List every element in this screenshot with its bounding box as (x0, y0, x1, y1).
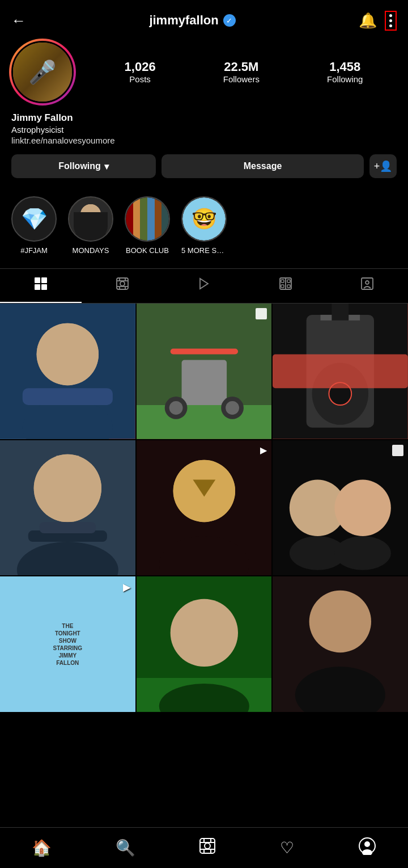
svg-point-35 (169, 401, 182, 415)
action-buttons: Following ▾ Message +👤 (11, 154, 397, 178)
svg-rect-24 (362, 278, 373, 289)
grid-item[interactable] (0, 440, 135, 576)
highlight-label-5moreslee: 5 MORE SLEE... (181, 246, 227, 255)
svg-rect-20 (281, 280, 284, 283)
highlight-bookclub[interactable]: BOOK CLUB (125, 196, 170, 255)
diamond-icon: 💎 (21, 207, 48, 231)
play-overlay-icon: ▶ (260, 445, 267, 455)
svg-rect-22 (281, 285, 284, 288)
reels-icon (116, 277, 129, 294)
tonight-show-badge: THETONIGHTSHOWSTARRINGJIMMYFALLON (0, 576, 135, 712)
more-options-box[interactable] (385, 11, 397, 31)
svg-rect-33 (181, 360, 227, 405)
stat-followers[interactable]: 22.5M Followers (223, 60, 260, 85)
svg-rect-5 (35, 277, 40, 283)
verified-badge: ✓ (223, 14, 236, 27)
svg-point-29 (37, 323, 99, 385)
highlight-circle-bookclub (125, 196, 170, 242)
grid-item[interactable] (273, 576, 408, 712)
tab-reels[interactable] (82, 269, 163, 303)
posts-label: Posts (129, 74, 151, 84)
chevron-down-icon: ▾ (104, 161, 109, 172)
highlights-row: 💎 #JFJAM MONDAYS (0, 187, 408, 264)
add-friend-button[interactable]: +👤 (369, 154, 397, 178)
cartoon-image: 🤓 (182, 197, 226, 241)
svg-point-71 (205, 843, 210, 849)
highlight-label-mondays: MONDAYS (73, 246, 109, 255)
bottom-nav: 🏠 🔍 ♡ (0, 827, 408, 868)
svg-point-59 (335, 479, 391, 536)
highlight-label-jfjam: #JFJAM (20, 246, 48, 255)
play-icon (197, 277, 211, 294)
svg-point-49 (34, 454, 101, 522)
highlight-circle-5moreslee: 🤓 (181, 196, 227, 242)
svg-point-37 (226, 401, 239, 415)
svg-rect-23 (287, 285, 290, 288)
nav-profile[interactable] (352, 831, 382, 865)
tab-collab[interactable] (245, 269, 326, 303)
svg-point-64 (170, 599, 237, 667)
svg-rect-9 (117, 278, 128, 289)
notification-icon[interactable]: 🔔 (359, 12, 377, 30)
mondays-image (69, 197, 112, 241)
nav-activity[interactable]: ♡ (274, 833, 300, 863)
home-icon: 🏠 (32, 838, 52, 857)
posts-count: 1,026 (125, 60, 156, 74)
avatar-container[interactable]: 🎤 (11, 41, 74, 103)
tab-tagged[interactable] (326, 269, 408, 303)
stats-row: 1,026 Posts 22.5M Followers 1,458 Follow… (91, 60, 397, 85)
followers-count: 22.5M (223, 60, 260, 74)
grid-icon (34, 277, 48, 294)
stat-posts[interactable]: 1,026 Posts (125, 60, 156, 85)
highlight-label-bookclub: BOOK CLUB (126, 246, 169, 255)
svg-rect-38 (170, 349, 237, 355)
nav-search[interactable]: 🔍 (110, 833, 141, 863)
svg-point-10 (120, 281, 125, 286)
tab-grid[interactable] (0, 269, 82, 303)
highlight-mondays[interactable]: MONDAYS (68, 196, 113, 255)
highlight-circle-mondays (68, 196, 113, 242)
highlight-jfjam[interactable]: 💎 #JFJAM (11, 196, 57, 255)
svg-rect-21 (287, 280, 290, 283)
grid-item[interactable] (273, 440, 408, 576)
nav-home[interactable]: 🏠 (26, 833, 57, 863)
video-icon: ▶ (260, 445, 267, 456)
collab-icon (279, 277, 292, 294)
svg-rect-32 (137, 405, 272, 439)
top-nav: ← jimmyfallon ✓ 🔔 (0, 0, 408, 41)
grid-item[interactable] (0, 304, 135, 439)
following-button[interactable]: Following ▾ (11, 154, 156, 178)
svg-rect-4 (80, 222, 101, 228)
more-options-icon[interactable] (389, 14, 392, 27)
mondays-svg (69, 197, 112, 241)
tab-video[interactable] (163, 269, 245, 303)
highlight-5moreslee[interactable]: 🤓 5 MORE SLEE... (181, 196, 227, 255)
multi-photo-icon (256, 308, 267, 319)
message-button[interactable]: Message (162, 154, 364, 178)
svg-rect-6 (41, 277, 47, 283)
svg-point-79 (364, 841, 370, 847)
following-label: Following (327, 74, 363, 84)
nav-reels[interactable] (193, 832, 222, 864)
profile-link[interactable]: linktr.ee/nanalovesyoumore (11, 136, 397, 145)
posts-grid: ▶ THETONIGHTSHOWSTARRINGJIMMYFALLON ▶ (0, 304, 408, 712)
grid-item[interactable] (273, 304, 408, 439)
svg-rect-8 (41, 284, 47, 290)
header-icons: 🔔 (359, 11, 397, 31)
heart-icon: ♡ (280, 838, 294, 857)
grid-item[interactable] (137, 304, 272, 439)
svg-rect-44 (332, 304, 349, 321)
multi-photo-icon-2 (392, 445, 403, 456)
stat-following[interactable]: 1,458 Following (327, 60, 363, 85)
profile-name: Jimmy Fallon (11, 112, 397, 124)
search-icon: 🔍 (116, 838, 135, 857)
svg-point-2 (75, 226, 107, 241)
grid-item[interactable]: THETONIGHTSHOWSTARRINGJIMMYFALLON ▶ (0, 576, 135, 712)
back-button[interactable]: ← (11, 12, 26, 30)
reels-nav-icon (199, 837, 216, 858)
play-icon-tshow: ▶ (123, 581, 131, 593)
grid-item[interactable]: ▶ (137, 440, 272, 576)
grid-item[interactable] (137, 576, 272, 712)
svg-point-61 (335, 536, 391, 570)
svg-rect-7 (35, 284, 40, 290)
